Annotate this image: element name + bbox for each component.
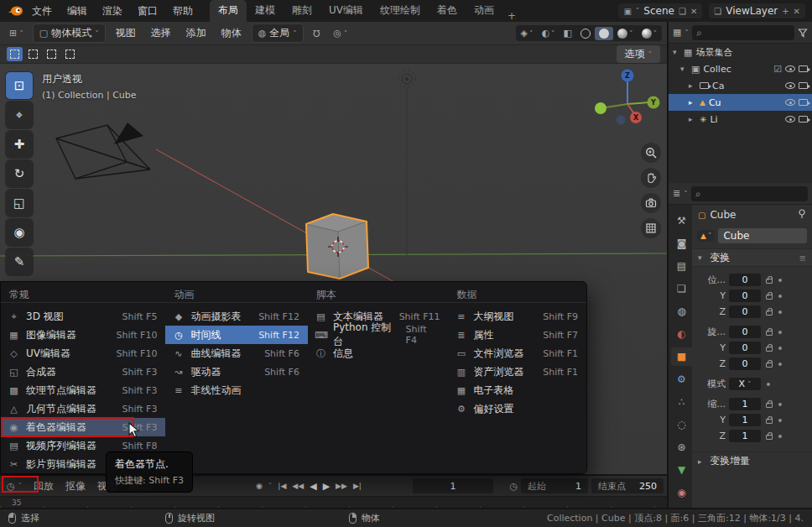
render-visibility-camera-icon[interactable] bbox=[799, 82, 808, 89]
rotate-tool-button[interactable]: ↻ bbox=[6, 160, 33, 187]
menu-item-uv-editor[interactable]: ◇UV编辑器Shift F10 bbox=[1, 344, 165, 363]
add-workspace-icon[interactable]: + bbox=[502, 10, 521, 22]
workspace-tab-sculpting[interactable]: 雕刻 bbox=[284, 0, 320, 22]
animate-dot-icon[interactable] bbox=[778, 310, 782, 314]
frame-end-field[interactable]: 结束点 250 bbox=[591, 478, 664, 493]
snap-toggle[interactable]: Ω bbox=[309, 26, 324, 40]
menu-help[interactable]: 帮助 bbox=[166, 3, 200, 20]
lock-icon[interactable] bbox=[766, 363, 773, 368]
pin-button[interactable] bbox=[798, 209, 806, 222]
menu-render[interactable]: 渲染 bbox=[96, 3, 129, 20]
eye-icon[interactable] bbox=[785, 99, 795, 106]
disclosure-open-icon[interactable]: ▾ bbox=[680, 65, 688, 73]
tab-scene[interactable]: ◍ bbox=[671, 302, 692, 321]
navigation-gizmo[interactable]: Z Y X bbox=[595, 70, 660, 125]
rotation-mode-dropdown[interactable]: X˅ bbox=[729, 378, 761, 390]
move-tool-button[interactable]: ✚ bbox=[6, 131, 33, 158]
outliner-row-light[interactable]: ▸ ✳ Li bbox=[669, 111, 812, 128]
tab-object[interactable]: ■ bbox=[671, 347, 692, 366]
rotation-x-field[interactable]: 0 bbox=[729, 326, 761, 338]
xray-toggle[interactable]: ◧ bbox=[560, 26, 576, 40]
location-x-field[interactable]: 0 bbox=[729, 274, 761, 286]
menu-item-graph-editor[interactable]: ∿曲线编辑器Shift F6 bbox=[165, 344, 308, 363]
tab-world[interactable]: ◐ bbox=[671, 325, 692, 343]
outliner-row-scene-collection[interactable]: ▾ ▦ 场景集合 bbox=[669, 44, 812, 60]
menu-item-asset-browser[interactable]: ▥资产浏览器Shift F1 bbox=[448, 363, 586, 381]
location-z-field[interactable]: 0 bbox=[729, 305, 761, 318]
filter-icon[interactable] bbox=[798, 28, 808, 38]
collection-checkbox-icon[interactable]: ☑ bbox=[773, 64, 782, 75]
lock-icon[interactable] bbox=[766, 419, 773, 424]
menu-item-outliner[interactable]: ≡大纲视图Shift F9 bbox=[448, 307, 586, 326]
eye-icon[interactable] bbox=[785, 82, 795, 89]
tab-object-data[interactable]: ▼ bbox=[671, 461, 692, 479]
render-visibility-camera-icon[interactable] bbox=[799, 99, 808, 106]
menu-edit[interactable]: 编辑 bbox=[60, 3, 94, 20]
light-object[interactable] bbox=[398, 70, 415, 87]
tab-render[interactable]: ◙ bbox=[671, 234, 692, 253]
tab-constraints[interactable]: ⊛ bbox=[671, 438, 692, 457]
lock-icon[interactable] bbox=[766, 435, 773, 440]
lock-icon[interactable] bbox=[766, 347, 773, 352]
new-scene-icon[interactable]: ❏ bbox=[679, 7, 686, 16]
menu-window[interactable]: 窗口 bbox=[131, 3, 164, 20]
cube-object[interactable] bbox=[306, 214, 368, 279]
scale-tool-button[interactable]: ◱ bbox=[6, 190, 33, 217]
render-visibility-camera-icon[interactable] bbox=[799, 116, 808, 123]
scene-selector[interactable]: ▣ ˅ Scene ❏ ✕ bbox=[618, 3, 702, 18]
menu-item-texture-nodes[interactable]: ▩纹理节点编辑器Shift F3 bbox=[1, 381, 165, 399]
play-reverse-icon[interactable]: ◀ bbox=[310, 481, 316, 492]
disclosure-closed-icon[interactable]: ▸ bbox=[689, 81, 696, 90]
shading-solid-button[interactable] bbox=[595, 27, 613, 40]
animate-dot-icon[interactable] bbox=[778, 347, 782, 350]
tab-particles[interactable]: ∴ bbox=[671, 393, 692, 411]
new-view-layer-icon[interactable]: + bbox=[782, 7, 789, 16]
menu-keying[interactable]: 抠像 bbox=[65, 479, 86, 493]
workspace-tab-modeling[interactable]: 建模 bbox=[247, 0, 284, 22]
shading-material-button[interactable]: ˅ bbox=[613, 27, 638, 40]
current-frame-field[interactable]: 1 bbox=[413, 478, 493, 493]
select-box-tool-button[interactable]: ⊡ bbox=[6, 72, 33, 99]
jump-to-end-icon[interactable]: ▶| bbox=[353, 482, 362, 490]
cursor-tool-button[interactable]: ⌖ bbox=[6, 102, 33, 128]
animate-dot-icon[interactable] bbox=[778, 435, 782, 438]
outliner-search-input[interactable]: ⌕ bbox=[692, 25, 794, 40]
view-layer-selector[interactable]: ❏ ViewLayer + ✕ bbox=[709, 3, 805, 18]
lock-icon[interactable] bbox=[766, 295, 773, 300]
menu-view[interactable]: 视图 bbox=[111, 24, 141, 42]
menu-item-python-console[interactable]: ⌨Python 控制台Shift F4 bbox=[308, 326, 449, 344]
animate-dot-icon[interactable] bbox=[767, 383, 770, 386]
select-mode-set-icon[interactable] bbox=[7, 47, 23, 61]
workspace-tab-uv[interactable]: UV编辑 bbox=[320, 0, 372, 22]
scene-browse-icon[interactable]: ▣ bbox=[623, 7, 631, 16]
camera-object[interactable] bbox=[56, 123, 150, 179]
menu-item-image-editor[interactable]: ▦图像编辑器Shift F10 bbox=[1, 326, 165, 344]
lock-icon[interactable] bbox=[766, 403, 773, 408]
annotate-tool-button[interactable]: ✎ bbox=[6, 248, 33, 275]
unlink-scene-icon[interactable]: ✕ bbox=[690, 7, 697, 16]
eye-icon[interactable] bbox=[785, 116, 795, 123]
lock-icon[interactable] bbox=[766, 310, 773, 316]
workspace-tab-layout[interactable]: 布局 bbox=[210, 0, 247, 22]
select-mode-extend-icon[interactable] bbox=[25, 47, 41, 61]
menu-item-geometry-nodes[interactable]: △几何节点编辑器Shift F3 bbox=[1, 399, 165, 418]
menu-item-preferences[interactable]: ⚙偏好设置 bbox=[448, 399, 586, 418]
outliner-row-cube[interactable]: ▸ ▲ Cu bbox=[669, 94, 812, 111]
axis-neg-z-ball[interactable] bbox=[617, 116, 626, 125]
transform-tool-button[interactable]: ◉ bbox=[6, 219, 33, 246]
scale-z-field[interactable]: 1 bbox=[729, 430, 761, 442]
menu-item-nla[interactable]: ≡非线性动画 bbox=[165, 381, 308, 399]
mode-selector[interactable]: ▢ 物体模式 ˅ bbox=[33, 23, 106, 43]
camera-view-button[interactable] bbox=[641, 193, 661, 213]
disclosure-closed-icon[interactable]: ▸ bbox=[689, 98, 696, 107]
animate-dot-icon[interactable] bbox=[778, 279, 782, 282]
outliner-row-collection[interactable]: ▾ ▣ Collec ☑ bbox=[669, 60, 812, 77]
disclosure-open-icon[interactable]: ▾ bbox=[673, 48, 680, 56]
menu-item-dope-sheet[interactable]: ◆动画摄影表Shift F12 bbox=[165, 307, 308, 326]
properties-search-input[interactable]: ⌕ bbox=[691, 186, 808, 201]
remove-view-layer-icon[interactable]: ✕ bbox=[794, 7, 800, 16]
workspace-tab-shading[interactable]: 着色 bbox=[429, 0, 466, 22]
tab-physics[interactable]: ◌ bbox=[671, 415, 692, 434]
disclosure-closed-icon[interactable]: ▸ bbox=[689, 115, 696, 123]
menu-file[interactable]: 文件 bbox=[25, 3, 59, 20]
